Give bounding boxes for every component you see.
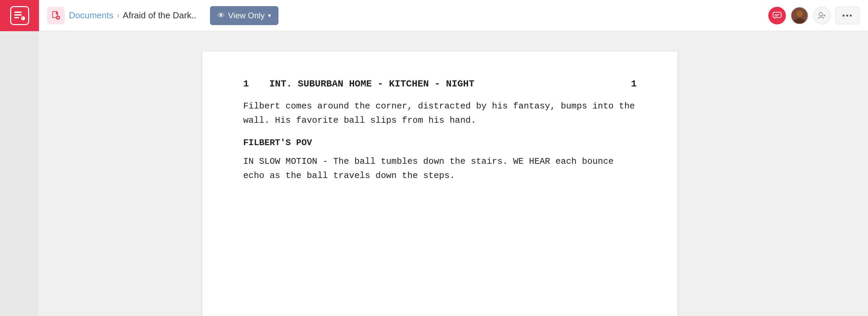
comment-icon (772, 11, 782, 20)
more-options-button[interactable]: ••• (835, 7, 860, 24)
document-icon-button[interactable] (47, 7, 65, 24)
more-dots: ••• (842, 11, 853, 20)
svg-point-11 (796, 11, 803, 17)
character-cue: FILBERT'S POV (243, 138, 637, 148)
people-icon (817, 11, 826, 20)
breadcrumb-documents-link[interactable]: Documents (69, 10, 114, 21)
comment-button[interactable] (768, 7, 786, 24)
avatar-image (791, 7, 808, 24)
breadcrumb-area: Documents › Afraid of the Dark.. 👁 View … (47, 6, 278, 25)
scene-number-right: 1 (631, 79, 637, 89)
main-layout: 1 INT. SUBURBAN HOME - KITCHEN - NIGHT 1… (0, 31, 868, 316)
scene-header: 1 INT. SUBURBAN HOME - KITCHEN - NIGHT 1 (243, 79, 637, 89)
scene-heading: INT. SUBURBAN HOME - KITCHEN - NIGHT (269, 79, 631, 89)
view-only-label: View Only (228, 11, 265, 20)
svg-rect-8 (775, 14, 779, 15)
logo-strip: ! (0, 0, 39, 31)
scene-number-left: 1 (243, 79, 249, 89)
header-right-controls: ••• (768, 7, 860, 24)
svg-rect-2 (14, 17, 19, 18)
svg-text:!: ! (22, 17, 23, 20)
breadcrumb-document-title: Afraid of the Dark.. (123, 10, 196, 21)
header: ! Documents › Afraid of the Dark.. 👁 Vie… (0, 0, 868, 31)
action-text-2: IN SLOW MOTION - The ball tumbles down t… (243, 155, 637, 183)
svg-rect-9 (775, 16, 778, 16)
breadcrumb: Documents › Afraid of the Dark.. (69, 10, 196, 21)
view-only-button[interactable]: 👁 View Only ▾ (210, 6, 279, 25)
app-logo: ! (10, 6, 29, 25)
chevron-down-icon: ▾ (268, 12, 271, 19)
svg-point-13 (819, 13, 823, 16)
avatar[interactable] (791, 7, 808, 24)
document-page: 1 INT. SUBURBAN HOME - KITCHEN - NIGHT 1… (202, 52, 677, 316)
scene-block: 1 INT. SUBURBAN HOME - KITCHEN - NIGHT 1… (243, 79, 637, 183)
logo-icon: ! (14, 9, 26, 22)
eye-icon: 👁 (217, 11, 225, 20)
document-area: 1 INT. SUBURBAN HOME - KITCHEN - NIGHT 1… (39, 31, 841, 316)
action-text-1: Filbert comes around the corner, distrac… (243, 99, 637, 127)
right-sidebar (841, 31, 868, 316)
add-people-button[interactable] (813, 7, 831, 24)
breadcrumb-separator: › (117, 11, 119, 20)
svg-rect-0 (14, 12, 22, 13)
left-sidebar (0, 31, 39, 316)
document-icon (51, 11, 61, 20)
svg-rect-1 (14, 14, 22, 16)
